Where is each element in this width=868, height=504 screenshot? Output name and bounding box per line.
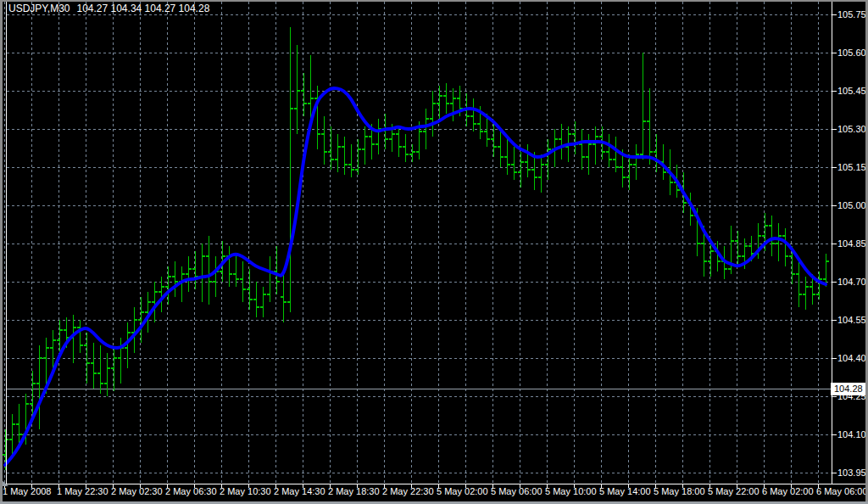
price-axis-label: 105.60	[837, 48, 866, 58]
price-axis-label: 103.95	[837, 468, 866, 478]
chart-ohlc-values: 104.27 104.34 104.27 104.28	[76, 3, 209, 14]
time-axis-label: 2 May 14:30	[274, 485, 326, 497]
ohlc-bar-bodies	[6, 27, 826, 470]
time-axis-label: 2 May 02:30	[111, 485, 163, 497]
time-axis-label: 5 May 06:00	[491, 485, 542, 497]
price-axis-label: 104.10	[837, 429, 866, 440]
time-axis-label: 1 May 2008	[3, 485, 51, 497]
price-axis-label: 105.75	[837, 9, 866, 20]
time-axis-label: 2 May 10:30	[220, 485, 271, 497]
ohlc-open-close-ticks	[3, 91, 829, 455]
price-axis-label: 105.15	[837, 162, 866, 172]
time-axis-label: 5 May 02:00	[437, 485, 488, 497]
time-axis-label: 5 May 18:00	[654, 485, 705, 497]
ma-indicator-line	[5, 88, 826, 465]
window-border-top	[0, 0, 868, 2]
chart-window: USDJPY,M30104.27 104.34 104.27 104.28 10…	[0, 0, 868, 504]
chart-symbol-period: USDJPY,M30	[8, 3, 70, 14]
time-axis-label: 5 May 22:00	[708, 485, 760, 497]
time-axis-label: 2 May 22:30	[382, 485, 434, 497]
time-axis-label: 2 May 06:30	[165, 485, 217, 497]
window-border-left	[0, 0, 3, 504]
price-axis-label: 105.45	[837, 86, 866, 96]
price-axis-label: 105.00	[837, 200, 866, 210]
chart-ohlc-readout: USDJPY,M30104.27 104.34 104.27 104.28	[8, 3, 209, 14]
price-axis-label: 104.70	[837, 277, 866, 287]
price-axis-label: 104.85	[837, 238, 866, 249]
price-axis-label: 104.55	[837, 315, 866, 325]
time-axis-label: 5 May 10:00	[545, 485, 597, 497]
chart-canvas[interactable]	[0, 0, 868, 504]
grid-vertical-lines	[5, 2, 819, 484]
time-axis-label: 5 May 14:00	[599, 485, 651, 497]
current-price-tag: 104.28	[831, 383, 866, 395]
price-axis-label: 104.40	[837, 353, 866, 363]
time-axis-label: 2 May 18:30	[328, 485, 380, 497]
time-axis-label: 1 May 22:30	[57, 485, 108, 497]
time-axis-label: 6 May 06:00	[816, 485, 868, 497]
plot-frame	[3, 2, 865, 484]
time-axis-label: 6 May 02:00	[762, 485, 814, 497]
price-axis-label: 105.30	[837, 124, 866, 134]
grid-horizontal-lines	[7, 15, 832, 473]
